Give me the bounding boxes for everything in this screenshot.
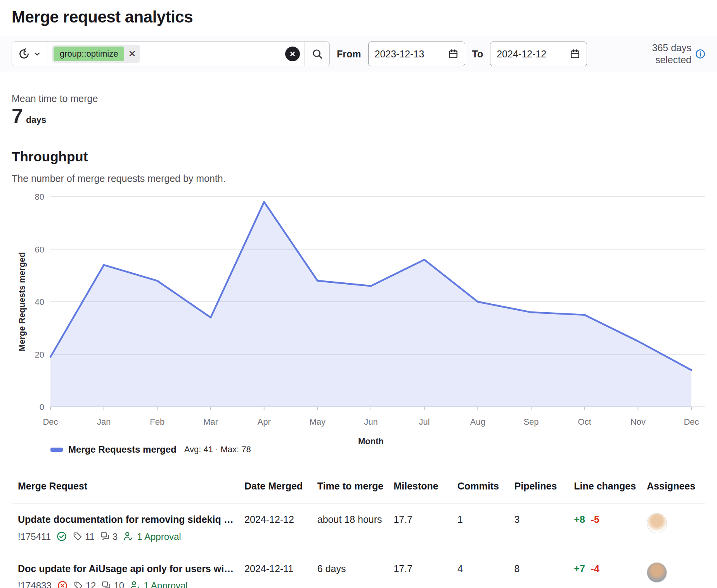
merged-check-circle-icon xyxy=(56,531,67,542)
date-merged-cell: 2024-12-12 xyxy=(241,504,313,553)
approval-icon xyxy=(130,580,140,588)
calendar-icon xyxy=(570,48,580,59)
legend-label: Merge Requests merged xyxy=(68,444,177,455)
to-label: To xyxy=(472,48,483,60)
assignee-avatar[interactable] xyxy=(647,562,667,583)
svg-text:Apr: Apr xyxy=(258,417,271,427)
svg-text:0: 0 xyxy=(40,402,44,412)
deletions: -4 xyxy=(591,563,599,574)
comments-count: 3 xyxy=(100,531,118,543)
svg-text:Dec: Dec xyxy=(684,417,699,427)
svg-text:Jul: Jul xyxy=(419,417,430,427)
svg-text:60: 60 xyxy=(35,245,44,254)
col-date-merged: Date Merged xyxy=(241,470,313,504)
table-row: Doc update for AiUsage api only for user… xyxy=(12,553,705,588)
svg-text:Oct: Oct xyxy=(578,417,591,427)
from-date-input[interactable]: 2023-12-13 xyxy=(368,42,465,66)
col-commits: Commits xyxy=(454,470,511,504)
legend-stats: Avg: 41 · Max: 78 xyxy=(184,444,251,455)
approvals: 1 Approval xyxy=(130,579,187,588)
from-date-value: 2023-12-13 xyxy=(375,48,424,60)
info-icon[interactable] xyxy=(695,49,705,59)
stat-label: Mean time to merge xyxy=(12,93,705,104)
legend-marker xyxy=(50,448,63,452)
labels-count: 12 xyxy=(73,579,96,588)
svg-text:May: May xyxy=(310,417,326,427)
throughput-subtitle: The number of merge requests merged by m… xyxy=(12,173,705,184)
svg-text:Sep: Sep xyxy=(523,417,539,427)
filter-token[interactable]: group::optimize ✕ xyxy=(52,45,140,63)
merge-request-table: Merge Request Date Merged Time to merge … xyxy=(12,470,705,588)
approvals: 1 Approval xyxy=(123,531,181,543)
days-selected: 365 days selected xyxy=(633,42,705,66)
col-assignees: Assignees xyxy=(643,470,705,504)
milestone-cell: 17.7 xyxy=(390,504,453,553)
page-header: Merge request analytics xyxy=(0,0,717,36)
assignee-avatar[interactable] xyxy=(647,513,667,533)
clear-icon xyxy=(289,50,296,57)
table-header-row: Merge Request Date Merged Time to merge … xyxy=(12,470,705,504)
to-date-value: 2024-12-12 xyxy=(497,48,546,60)
commits-cell: 4 xyxy=(454,553,511,588)
comments-icon xyxy=(101,581,111,588)
line-changes-cell: +7 -4 xyxy=(570,553,643,588)
svg-text:Nov: Nov xyxy=(630,417,646,427)
svg-text:80: 80 xyxy=(35,192,44,202)
mr-id: !175411 xyxy=(18,531,51,543)
commits-cell: 1 xyxy=(454,504,511,553)
svg-text:Jan: Jan xyxy=(97,417,111,427)
throughput-section: Throughput The number of merge requests … xyxy=(0,127,717,455)
additions: +8 xyxy=(574,514,585,525)
comments-icon xyxy=(100,531,110,541)
additions: +7 xyxy=(574,563,585,574)
closed-x-circle-icon xyxy=(57,580,68,588)
to-date-input[interactable]: 2024-12-12 xyxy=(490,42,587,66)
pipelines-cell: 3 xyxy=(511,504,570,553)
deletions: -5 xyxy=(591,514,599,525)
stat-unit: days xyxy=(26,115,46,125)
pipelines-cell: 8 xyxy=(511,553,570,588)
from-label: From xyxy=(337,48,361,60)
col-time-to-merge: Time to merge xyxy=(313,470,390,504)
token-remove-button[interactable]: ✕ xyxy=(128,49,136,59)
time-to-merge-cell: about 18 hours xyxy=(313,504,390,553)
col-milestone: Milestone xyxy=(390,470,453,504)
recent-searches-button[interactable] xyxy=(12,42,47,66)
mr-title-link[interactable]: Update documentation for removing sideki… xyxy=(18,513,237,526)
svg-text:Dec: Dec xyxy=(43,417,58,427)
clear-search-button[interactable] xyxy=(285,47,300,61)
stat-value: 7 xyxy=(12,105,23,127)
label-icon xyxy=(73,581,83,588)
col-merge-request: Merge Request xyxy=(12,470,241,504)
svg-text:40: 40 xyxy=(35,297,44,307)
filter-bar: group::optimize ✕ xyxy=(0,36,717,72)
filter-input[interactable]: group::optimize ✕ xyxy=(47,42,305,66)
history-icon xyxy=(18,48,30,60)
search-icon xyxy=(312,48,323,60)
mr-id: !174833 xyxy=(18,579,52,588)
col-pipelines: Pipelines xyxy=(511,470,570,504)
approval-icon xyxy=(123,531,134,542)
table-row: Update documentation for removing sideki… xyxy=(12,504,705,553)
days-selected-text: 365 days selected xyxy=(633,42,691,66)
svg-text:20: 20 xyxy=(35,350,44,360)
labels-count: 11 xyxy=(73,531,95,543)
svg-text:Feb: Feb xyxy=(150,417,165,427)
time-to-merge-cell: 6 days xyxy=(313,553,390,588)
chevron-down-icon xyxy=(34,50,41,57)
search-submit-button[interactable] xyxy=(305,42,329,66)
line-changes-cell: +8 -5 xyxy=(570,504,643,553)
area-chart: 020406080DecJanFebMarAprMayJunJulAugSepO… xyxy=(12,187,705,446)
svg-text:Month: Month xyxy=(358,436,384,446)
filtered-search: group::optimize ✕ xyxy=(12,42,330,66)
page-title: Merge request analytics xyxy=(12,8,705,26)
svg-text:Mar: Mar xyxy=(203,417,218,427)
filter-token-label: group::optimize xyxy=(54,47,124,61)
col-line-changes: Line changes xyxy=(570,470,643,504)
svg-text:Jun: Jun xyxy=(364,417,378,427)
throughput-title: Throughput xyxy=(12,149,705,164)
mr-title-link[interactable]: Doc update for AiUsage api only for user… xyxy=(18,562,237,575)
mean-time-to-merge-stat: Mean time to merge 7 days xyxy=(0,72,717,127)
date-merged-cell: 2024-12-11 xyxy=(241,553,313,588)
throughput-chart: 020406080DecJanFebMarAprMayJunJulAugSepO… xyxy=(12,187,705,455)
